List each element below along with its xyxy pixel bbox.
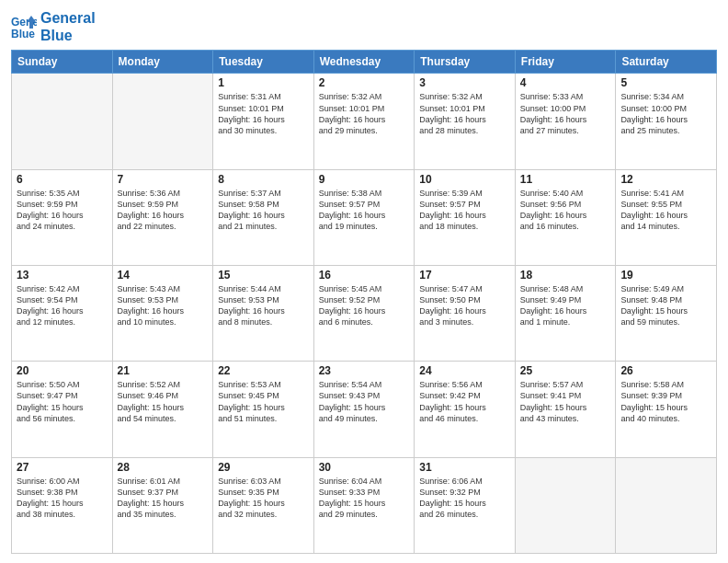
day-number: 26	[620, 364, 711, 377]
weekday-monday: Monday	[112, 51, 213, 74]
day-cell: 10Sunrise: 5:39 AM Sunset: 9:57 PM Dayli…	[415, 169, 516, 265]
day-cell: 14Sunrise: 5:43 AM Sunset: 9:53 PM Dayli…	[112, 266, 213, 362]
day-cell	[515, 457, 616, 553]
day-info: Sunrise: 5:49 AM Sunset: 9:48 PM Dayligh…	[620, 283, 711, 328]
day-number: 30	[319, 461, 410, 474]
day-cell: 18Sunrise: 5:48 AM Sunset: 9:49 PM Dayli…	[515, 266, 616, 362]
day-number: 10	[419, 173, 510, 186]
logo-general: General	[40, 9, 96, 27]
day-info: Sunrise: 5:31 AM Sunset: 10:01 PM Daylig…	[218, 91, 309, 136]
day-number: 23	[319, 364, 410, 377]
day-number: 14	[118, 269, 209, 282]
day-number: 13	[17, 269, 108, 282]
day-info: Sunrise: 6:04 AM Sunset: 9:33 PM Dayligh…	[319, 476, 410, 521]
day-cell: 31Sunrise: 6:06 AM Sunset: 9:32 PM Dayli…	[415, 457, 516, 553]
day-info: Sunrise: 5:38 AM Sunset: 9:57 PM Dayligh…	[319, 188, 410, 233]
day-info: Sunrise: 6:01 AM Sunset: 9:37 PM Dayligh…	[118, 476, 209, 521]
day-info: Sunrise: 5:44 AM Sunset: 9:53 PM Dayligh…	[218, 283, 309, 328]
page: General Blue General Blue SundayMondayTu…	[0, 0, 728, 563]
day-number: 27	[17, 461, 108, 474]
day-number: 15	[218, 269, 309, 282]
logo-blue: Blue	[40, 27, 96, 44]
calendar-body: 1Sunrise: 5:31 AM Sunset: 10:01 PM Dayli…	[12, 74, 717, 554]
day-cell: 15Sunrise: 5:44 AM Sunset: 9:53 PM Dayli…	[213, 266, 314, 362]
day-cell: 19Sunrise: 5:49 AM Sunset: 9:48 PM Dayli…	[616, 266, 717, 362]
week-row-1: 1Sunrise: 5:31 AM Sunset: 10:01 PM Dayli…	[12, 74, 717, 169]
day-cell: 5Sunrise: 5:34 AM Sunset: 10:00 PM Dayli…	[616, 74, 717, 169]
day-info: Sunrise: 5:41 AM Sunset: 9:55 PM Dayligh…	[620, 188, 711, 233]
day-cell: 17Sunrise: 5:47 AM Sunset: 9:50 PM Dayli…	[415, 266, 516, 362]
day-info: Sunrise: 5:45 AM Sunset: 9:52 PM Dayligh…	[319, 283, 410, 328]
day-cell: 28Sunrise: 6:01 AM Sunset: 9:37 PM Dayli…	[112, 457, 213, 553]
weekday-tuesday: Tuesday	[213, 51, 314, 74]
logo: General Blue General Blue	[11, 9, 96, 44]
day-info: Sunrise: 6:06 AM Sunset: 9:32 PM Dayligh…	[419, 476, 510, 521]
week-row-2: 6Sunrise: 5:35 AM Sunset: 9:59 PM Daylig…	[12, 169, 717, 265]
day-cell: 21Sunrise: 5:52 AM Sunset: 9:46 PM Dayli…	[112, 362, 213, 457]
day-info: Sunrise: 5:53 AM Sunset: 9:45 PM Dayligh…	[218, 379, 309, 424]
day-number: 18	[520, 269, 611, 282]
day-number: 2	[319, 76, 410, 89]
day-number: 1	[218, 76, 309, 89]
day-number: 11	[520, 173, 611, 186]
day-cell: 23Sunrise: 5:54 AM Sunset: 9:43 PM Dayli…	[313, 362, 415, 457]
day-info: Sunrise: 5:36 AM Sunset: 9:59 PM Dayligh…	[118, 188, 209, 233]
day-cell: 24Sunrise: 5:56 AM Sunset: 9:42 PM Dayli…	[415, 362, 516, 457]
day-number: 28	[118, 461, 209, 474]
day-cell: 3Sunrise: 5:32 AM Sunset: 10:01 PM Dayli…	[415, 74, 516, 169]
day-number: 16	[319, 269, 410, 282]
day-info: Sunrise: 6:00 AM Sunset: 9:38 PM Dayligh…	[17, 476, 108, 521]
day-cell: 9Sunrise: 5:38 AM Sunset: 9:57 PM Daylig…	[313, 169, 415, 265]
day-info: Sunrise: 5:56 AM Sunset: 9:42 PM Dayligh…	[419, 379, 510, 424]
day-number: 22	[218, 364, 309, 377]
day-info: Sunrise: 5:40 AM Sunset: 9:56 PM Dayligh…	[520, 188, 611, 233]
day-number: 9	[319, 173, 410, 186]
weekday-wednesday: Wednesday	[313, 51, 415, 74]
day-number: 25	[520, 364, 611, 377]
day-info: Sunrise: 5:32 AM Sunset: 10:01 PM Daylig…	[419, 91, 510, 136]
day-number: 8	[218, 173, 309, 186]
day-cell: 7Sunrise: 5:36 AM Sunset: 9:59 PM Daylig…	[112, 169, 213, 265]
day-number: 4	[520, 76, 611, 89]
day-number: 29	[218, 461, 309, 474]
day-cell: 11Sunrise: 5:40 AM Sunset: 9:56 PM Dayli…	[515, 169, 616, 265]
day-number: 21	[118, 364, 209, 377]
week-row-4: 20Sunrise: 5:50 AM Sunset: 9:47 PM Dayli…	[12, 362, 717, 457]
day-info: Sunrise: 5:35 AM Sunset: 9:59 PM Dayligh…	[17, 188, 108, 233]
day-cell: 26Sunrise: 5:58 AM Sunset: 9:39 PM Dayli…	[616, 362, 717, 457]
day-cell: 6Sunrise: 5:35 AM Sunset: 9:59 PM Daylig…	[12, 169, 113, 265]
day-info: Sunrise: 5:50 AM Sunset: 9:47 PM Dayligh…	[17, 379, 108, 424]
day-info: Sunrise: 5:58 AM Sunset: 9:39 PM Dayligh…	[620, 379, 711, 424]
day-number: 24	[419, 364, 510, 377]
day-info: Sunrise: 5:43 AM Sunset: 9:53 PM Dayligh…	[118, 283, 209, 328]
svg-text:Blue: Blue	[11, 28, 35, 40]
day-number: 5	[620, 76, 711, 89]
day-info: Sunrise: 5:33 AM Sunset: 10:00 PM Daylig…	[520, 91, 611, 136]
day-info: Sunrise: 5:42 AM Sunset: 9:54 PM Dayligh…	[17, 283, 108, 328]
day-cell: 20Sunrise: 5:50 AM Sunset: 9:47 PM Dayli…	[12, 362, 113, 457]
day-info: Sunrise: 5:57 AM Sunset: 9:41 PM Dayligh…	[520, 379, 611, 424]
day-info: Sunrise: 5:47 AM Sunset: 9:50 PM Dayligh…	[419, 283, 510, 328]
day-cell: 8Sunrise: 5:37 AM Sunset: 9:58 PM Daylig…	[213, 169, 314, 265]
day-cell: 29Sunrise: 6:03 AM Sunset: 9:35 PM Dayli…	[213, 457, 314, 553]
day-cell	[12, 74, 113, 169]
weekday-sunday: Sunday	[12, 51, 113, 74]
calendar-table: SundayMondayTuesdayWednesdayThursdayFrid…	[11, 50, 717, 554]
week-row-5: 27Sunrise: 6:00 AM Sunset: 9:38 PM Dayli…	[12, 457, 717, 553]
day-info: Sunrise: 5:52 AM Sunset: 9:46 PM Dayligh…	[118, 379, 209, 424]
weekday-friday: Friday	[515, 51, 616, 74]
day-cell: 22Sunrise: 5:53 AM Sunset: 9:45 PM Dayli…	[213, 362, 314, 457]
day-cell: 30Sunrise: 6:04 AM Sunset: 9:33 PM Dayli…	[313, 457, 415, 553]
day-info: Sunrise: 6:03 AM Sunset: 9:35 PM Dayligh…	[218, 476, 309, 521]
weekday-thursday: Thursday	[415, 51, 516, 74]
day-number: 12	[620, 173, 711, 186]
day-cell: 13Sunrise: 5:42 AM Sunset: 9:54 PM Dayli…	[12, 266, 113, 362]
day-cell: 27Sunrise: 6:00 AM Sunset: 9:38 PM Dayli…	[12, 457, 113, 553]
day-info: Sunrise: 5:39 AM Sunset: 9:57 PM Dayligh…	[419, 188, 510, 233]
day-cell: 16Sunrise: 5:45 AM Sunset: 9:52 PM Dayli…	[313, 266, 415, 362]
day-number: 17	[419, 269, 510, 282]
day-number: 6	[17, 173, 108, 186]
day-number: 19	[620, 269, 711, 282]
day-number: 7	[118, 173, 209, 186]
day-number: 31	[419, 461, 510, 474]
